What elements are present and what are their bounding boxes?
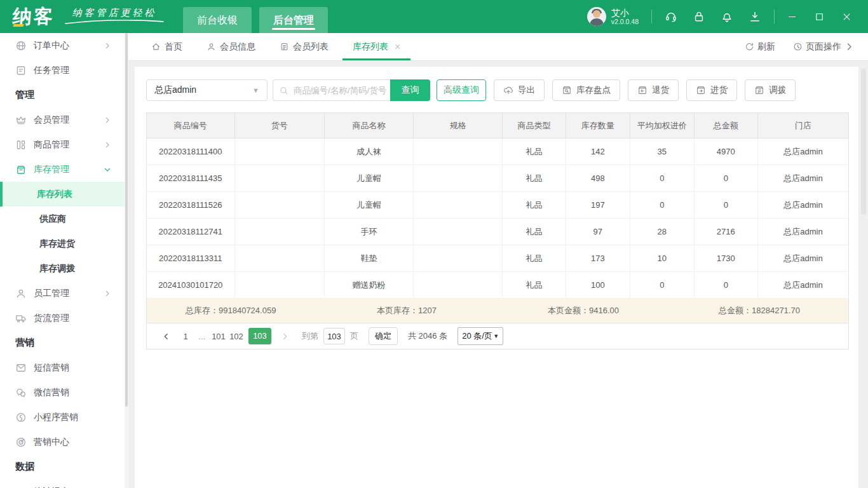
goto-page-input[interactable]: [323, 328, 345, 344]
sidebar-item-order-center[interactable]: 订单中心: [0, 33, 128, 58]
sidebar-item-statistics-report[interactable]: 统计报表: [0, 479, 128, 488]
minimize-button[interactable]: [787, 12, 797, 22]
table-cell: 礼品: [503, 245, 566, 272]
chevron-right-icon: [104, 116, 111, 124]
sidebar-item-logistics-management[interactable]: 货流管理: [0, 306, 128, 330]
sidebar-item-inventory-transfer[interactable]: 库存调拨: [0, 256, 128, 281]
toolbar-button-group: 导出库存盘点退货进货调拨: [494, 79, 796, 101]
table-cell: [234, 139, 324, 165]
purchase-button[interactable]: 进货: [686, 79, 737, 101]
refresh-button[interactable]: 刷新: [745, 41, 775, 53]
search-input[interactable]: [292, 85, 390, 96]
chart-icon: [15, 486, 27, 488]
notifications-button[interactable]: [721, 10, 733, 23]
summary-total-stock: 总库存：991840724.059: [186, 305, 276, 316]
download-icon: [749, 10, 761, 23]
table-cell: 礼品: [503, 192, 566, 219]
page-number-1[interactable]: 1: [177, 332, 194, 341]
table-row[interactable]: 20241030101720赠送奶粉礼品10000总店admin: [147, 272, 848, 299]
topbar-icon-group: [665, 10, 761, 23]
next-page-button[interactable]: [281, 332, 289, 341]
sidebar-section-management: 管理: [0, 83, 128, 107]
table-cell: 197: [566, 192, 630, 219]
sidebar-item-label: 微信营销: [34, 387, 69, 398]
export-button[interactable]: 导出: [494, 79, 545, 101]
wechat-icon: [15, 387, 27, 398]
top-nav: 前台收银后台管理: [183, 0, 328, 33]
sidebar-scrollbar-thumb[interactable]: [125, 33, 128, 407]
table-cell: 0: [694, 272, 757, 299]
sidebar-item-label: 库存列表: [37, 189, 72, 200]
store-select-dropdown[interactable]: 总店admin ▼: [146, 79, 268, 101]
pagination: 1...101102103 到第 页 确定 共 2046 条 20 条/页 ▼: [147, 323, 848, 349]
page-size-select[interactable]: 20 条/页 ▼: [458, 327, 503, 345]
button-label: 导出: [518, 85, 535, 96]
sidebar-item-staff-management[interactable]: 员工管理: [0, 281, 128, 306]
page-unit-label: 页: [350, 330, 358, 342]
column-header: 规格: [414, 113, 503, 139]
maximize-button[interactable]: [815, 12, 824, 22]
topnav-tab-backend-management[interactable]: 后台管理: [259, 7, 328, 33]
lock-button[interactable]: [693, 10, 705, 23]
sidebar-item-sms-marketing[interactable]: 短信营销: [0, 355, 128, 380]
table-row[interactable]: 20220318111400成人袜礼品142354970总店admin: [147, 139, 848, 165]
table-cell: 总店admin: [758, 192, 848, 219]
sidebar-item-inventory-management[interactable]: 库存管理: [0, 157, 128, 182]
tab-home[interactable]: 首页: [151, 33, 182, 60]
page-operations-button[interactable]: 页面操作: [793, 41, 854, 53]
previous-page-button[interactable]: [162, 332, 170, 341]
advanced-query-button[interactable]: 高级查询: [437, 79, 486, 101]
user-info: 艾小 v2.0.0.48: [611, 8, 639, 25]
avatar[interactable]: [587, 7, 606, 26]
sidebar-item-inventory-list[interactable]: 库存列表: [0, 182, 128, 207]
table-row[interactable]: 20220318113311鞋垫礼品173101730总店admin: [147, 245, 848, 272]
stocktake-button[interactable]: 库存盘点: [552, 79, 620, 101]
summary-value: 18284271.70: [752, 306, 800, 315]
sidebar-item-label: 短信营销: [34, 362, 69, 374]
table-row[interactable]: 20220318112741手环礼品97282716总店admin: [147, 219, 848, 245]
tab-inventory-list[interactable]: 库存列表×: [353, 33, 400, 60]
search-group: 查询: [273, 79, 430, 101]
table-row[interactable]: 20220318111526儿童帽礼品19700总店admin: [147, 192, 848, 219]
page-number-103[interactable]: 103: [248, 328, 271, 344]
sidebar-item-suppliers[interactable]: 供应商: [0, 207, 128, 231]
sidebar-item-inventory-purchase[interactable]: 库存进货: [0, 231, 128, 256]
page-number-102[interactable]: 102: [227, 332, 245, 341]
table-cell: 礼品: [503, 219, 566, 245]
confirm-button[interactable]: 确定: [369, 327, 398, 345]
topnav-tab-frontend-cashier[interactable]: 前台收银: [183, 7, 252, 33]
search-box: [273, 79, 390, 101]
page-number-101[interactable]: 101: [210, 332, 227, 341]
table-cell: [234, 245, 324, 272]
transfer-button[interactable]: 调拨: [745, 79, 796, 101]
brand-logo: 纳客: [12, 6, 55, 27]
summary-row: 总库存：991840724.059本页库存：1207本页金额：9416.00总金…: [147, 299, 848, 323]
close-button[interactable]: [842, 12, 851, 22]
maximize-icon: [815, 12, 824, 22]
table-row[interactable]: 20220318111435儿童帽礼品49800总店admin: [147, 165, 848, 192]
sidebar-section-label: 营销: [15, 337, 34, 349]
table-cell: 20241030101720: [147, 272, 234, 299]
sidebar-item-wechat-marketing[interactable]: 微信营销: [0, 380, 128, 405]
support-button[interactable]: [665, 10, 677, 23]
refresh-label: 刷新: [757, 41, 775, 53]
crown-icon: [15, 114, 27, 126]
tab-member-info[interactable]: 会员信息: [207, 33, 255, 60]
sidebar-item-task-management[interactable]: 任务管理: [0, 58, 128, 83]
return-goods-button[interactable]: 退货: [628, 79, 679, 101]
query-button[interactable]: 查询: [390, 79, 430, 101]
sidebar-item-member-management[interactable]: 会员管理: [0, 107, 128, 132]
chevron-right-icon: [104, 290, 111, 297]
table-cell: 97: [566, 219, 630, 245]
tab-close-icon[interactable]: ×: [395, 42, 400, 52]
tab-member-list[interactable]: 会员列表: [280, 33, 329, 60]
sidebar-item-miniapp-marketing[interactable]: 小程序营销: [0, 405, 128, 430]
sidebar-item-marketing-center[interactable]: 营销中心: [0, 430, 128, 454]
chevron-right-icon: [104, 141, 111, 149]
table-cell: 礼品: [503, 139, 566, 165]
summary-page-amount: 本页金额：9416.00: [548, 305, 619, 316]
download-button[interactable]: [749, 10, 761, 23]
miniapp-icon: [15, 412, 27, 423]
sidebar-item-product-management[interactable]: 商品管理: [0, 132, 128, 157]
main-scrollbar-thumb[interactable]: [861, 69, 866, 215]
